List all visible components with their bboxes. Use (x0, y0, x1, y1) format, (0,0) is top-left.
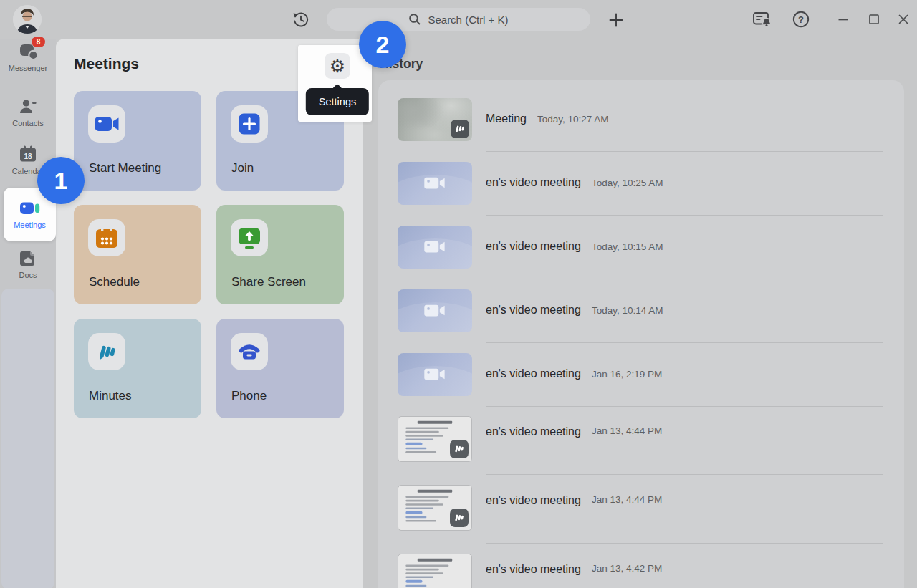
sidebar-item-label: Contacts (12, 119, 43, 127)
settings-tooltip: Settings (306, 88, 369, 115)
history-row[interactable]: en's video meeting Jan 16, 2:19 PM (398, 342, 883, 406)
messenger-unread-badge: 8 (32, 37, 45, 47)
plus-icon[interactable] (606, 10, 626, 30)
meeting-doc-thumbnail (398, 416, 472, 462)
plus-square-icon (231, 105, 268, 143)
step-number: 2 (376, 31, 390, 59)
history-row[interactable]: en's video meeting Today, 10:14 AM (398, 279, 883, 342)
meeting-actions-grid: Start Meeting Join (74, 91, 344, 418)
gear-icon: ⚙ (330, 57, 345, 75)
meeting-title: en's video meeting (486, 425, 581, 438)
share-screen-tile[interactable]: Share Screen (216, 205, 344, 304)
minutes-logo-icon (88, 333, 125, 370)
search-placeholder: Search (Ctrl + K) (428, 14, 508, 26)
meeting-time: Jan 13, 4:44 PM (592, 425, 662, 436)
meeting-title: Meeting (486, 112, 527, 125)
meeting-title: en's video meeting (486, 304, 581, 317)
history-row[interactable]: en's video meeting Today, 10:25 AM (398, 151, 883, 215)
meeting-title: en's video meeting (486, 367, 581, 380)
video-camera-icon (88, 105, 125, 143)
tile-label: Share Screen (231, 275, 306, 289)
calendar-icon: 18 (17, 145, 39, 163)
help-icon[interactable]: ? (791, 9, 811, 29)
tile-label: Start Meeting (89, 161, 161, 175)
history-row[interactable]: Meeting Today, 10:27 AM (398, 87, 883, 151)
sidebar-item-contacts[interactable]: Contacts (0, 97, 56, 127)
sidebar-item-messenger[interactable]: 8 Messenger (0, 42, 56, 72)
meeting-thumbnail (398, 162, 472, 205)
meeting-time: Today, 10:25 AM (592, 178, 663, 188)
history-row[interactable]: en's video meeting Jan 13, 4:44 PM (398, 475, 883, 544)
schedule-tile[interactable]: Schedule (74, 205, 201, 304)
meeting-time: Today, 10:15 AM (592, 241, 663, 252)
minutes-badge-icon (450, 440, 469, 458)
sidebar-item-label: Docs (19, 271, 37, 279)
start-meeting-tile[interactable]: Start Meeting (74, 91, 201, 191)
document-icon (17, 249, 39, 267)
meeting-title: en's video meeting (486, 563, 581, 576)
sidebar-item-label: Messenger (9, 64, 47, 72)
tile-label: Minutes (89, 389, 132, 403)
minimize-icon[interactable] (835, 11, 851, 27)
meeting-time: Jan 13, 4:42 PM (592, 563, 662, 574)
meeting-doc-thumbnail (398, 554, 472, 588)
history-icon[interactable] (291, 9, 311, 29)
calendar-icon (88, 219, 125, 256)
panel-bell-icon[interactable] (752, 9, 773, 29)
calendar-day-number: 18 (24, 153, 32, 160)
video-camera-icon (424, 303, 446, 318)
meeting-time: Jan 16, 2:19 PM (592, 369, 662, 380)
meeting-thumbnail (398, 226, 472, 269)
person-icon (17, 97, 39, 115)
page-title: Meetings (74, 55, 139, 72)
minutes-badge-icon (451, 120, 469, 138)
step-1-badge: 1 (37, 157, 85, 204)
video-camera-icon (424, 239, 446, 254)
search-icon (408, 13, 421, 26)
history-row[interactable]: en's video meeting Jan 13, 4:42 PM (398, 544, 883, 588)
chat-bubbles-icon: 8 (17, 42, 39, 60)
meeting-doc-thumbnail (398, 485, 472, 531)
step-number: 1 (54, 167, 68, 195)
meeting-time: Today, 10:27 AM (537, 114, 609, 125)
top-bar: Search (Ctrl + K) ? (0, 0, 917, 39)
history-row[interactable]: en's video meeting Jan 13, 4:44 PM (398, 406, 883, 475)
sidebar-item-docs[interactable]: Docs (0, 249, 56, 279)
video-camera-icon (424, 367, 446, 382)
meeting-time: Today, 10:14 AM (592, 305, 663, 316)
user-avatar[interactable] (13, 5, 42, 34)
phone-icon (231, 333, 268, 370)
meeting-thumbnail (398, 353, 472, 396)
video-camera-icon (424, 175, 446, 191)
minutes-badge-icon (450, 509, 469, 527)
app-sidebar: 8 Messenger Contacts 18 Calendar (0, 39, 56, 588)
tile-label: Schedule (89, 275, 140, 289)
maximize-icon[interactable] (866, 11, 882, 27)
settings-button[interactable]: ⚙ (325, 53, 350, 79)
close-icon[interactable] (896, 11, 911, 27)
meeting-title: en's video meeting (486, 240, 581, 253)
meeting-thumbnail (398, 98, 472, 141)
meeting-thumbnail (398, 289, 472, 332)
history-row[interactable]: en's video meeting Today, 10:15 AM (398, 215, 883, 279)
step-2-badge: 2 (359, 21, 406, 68)
tile-label: Phone (231, 389, 267, 403)
sidebar-item-label: Meetings (14, 221, 46, 229)
tile-label: Join (231, 161, 254, 175)
meeting-title: en's video meeting (486, 176, 581, 189)
meeting-title: en's video meeting (486, 494, 581, 507)
screen-share-icon (231, 219, 268, 256)
meeting-time: Jan 13, 4:44 PM (592, 494, 662, 505)
minutes-tile[interactable]: Minutes (74, 319, 201, 418)
video-camera-icon (19, 200, 41, 217)
question-glyph: ? (798, 14, 804, 25)
tooltip-label: Settings (319, 96, 356, 107)
history-list: Meeting Today, 10:27 AM en's video meeti… (378, 80, 904, 588)
sidebar-lower-panel (1, 289, 54, 588)
phone-tile[interactable]: Phone (216, 319, 344, 418)
